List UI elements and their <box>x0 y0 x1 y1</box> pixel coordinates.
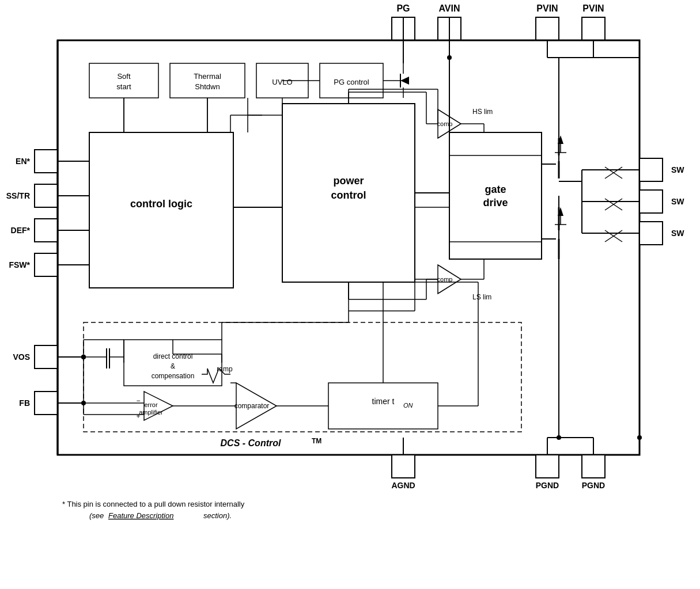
svg-rect-24 <box>35 253 58 276</box>
svg-point-169 <box>637 435 642 440</box>
sstr-label: SS/TR <box>6 191 30 200</box>
svg-rect-80 <box>640 190 663 213</box>
svg-rect-40 <box>449 132 542 259</box>
comparator-label: comparator <box>234 402 270 410</box>
svg-rect-28 <box>35 392 58 415</box>
svg-rect-81 <box>640 222 663 245</box>
fsw-label: FSW* <box>9 260 30 269</box>
thermal-label: Thermal <box>194 72 221 81</box>
pg-control-label: PG control <box>334 78 369 86</box>
svg-rect-123 <box>392 455 415 478</box>
pg-label: PG <box>396 3 410 13</box>
en-label: EN* <box>16 157 30 166</box>
fb-label: FB <box>19 398 30 408</box>
timer-sub-label: ON <box>403 402 413 409</box>
plus-label: + <box>136 412 140 420</box>
thermal-label2: Shtdwn <box>195 82 220 91</box>
timer-label: timer t <box>372 397 395 406</box>
svg-point-146 <box>81 355 86 359</box>
svg-rect-119 <box>328 383 438 429</box>
hs-lim-label: HS lim <box>472 108 493 116</box>
sw3-label: SW <box>671 229 684 238</box>
comp2-label: comp <box>437 276 453 283</box>
svg-rect-3 <box>536 17 559 40</box>
svg-point-112 <box>81 401 86 405</box>
svg-rect-125 <box>536 455 559 478</box>
ls-lim-label: LS lim <box>472 293 491 301</box>
svg-point-135 <box>557 435 561 440</box>
svg-rect-18 <box>35 150 58 173</box>
direct-control-label2: & <box>171 362 175 370</box>
dcs-label: DCS - Control <box>221 438 281 448</box>
soft-start-label2: start <box>116 82 131 91</box>
footnote4-label: section). <box>203 511 232 520</box>
minus-label: − <box>136 397 140 405</box>
svg-rect-127 <box>582 455 605 478</box>
direct-control-label3: compensation <box>152 372 195 380</box>
power-control-label2: control <box>331 189 366 201</box>
svg-rect-4 <box>582 17 605 40</box>
vos-label: VOS <box>13 352 30 362</box>
gate-drive-label: gate <box>485 184 506 195</box>
svg-rect-20 <box>35 184 58 207</box>
svg-rect-30 <box>89 132 233 288</box>
comp1-label: comp <box>437 120 453 127</box>
footnote3-label: Feature Description <box>108 511 173 520</box>
pvin1-label: PVIN <box>536 3 558 13</box>
pvin2-label: PVIN <box>582 3 604 13</box>
footnote2-label: (see <box>89 511 104 520</box>
svg-rect-26 <box>35 345 58 368</box>
avin-label: AVIN <box>438 3 460 13</box>
pgnd2-label: PGND <box>582 481 605 490</box>
svg-rect-7 <box>170 63 245 98</box>
agnd-label: AGND <box>391 481 415 490</box>
sw1-label: SW <box>671 165 684 174</box>
uvlo-label: UVLO <box>272 78 292 86</box>
control-logic-label: control logic <box>130 198 192 210</box>
footnote-label: * This pin is connected to a pull down r… <box>62 500 245 508</box>
def-label: DEF* <box>11 226 31 235</box>
pgnd1-label: PGND <box>536 481 559 490</box>
svg-rect-6 <box>89 63 158 98</box>
diagram-container: PG AVIN PVIN PVIN Soft start Thermal Sht… <box>0 0 700 589</box>
svg-rect-22 <box>35 219 58 242</box>
power-control-label: power <box>333 175 364 187</box>
svg-point-99 <box>447 55 452 60</box>
svg-rect-79 <box>640 158 663 181</box>
gate-drive-label2: drive <box>483 197 508 208</box>
dcs-tm: TM <box>312 437 321 445</box>
sw2-label: SW <box>671 197 684 206</box>
error-amp-label: error <box>144 401 158 408</box>
soft-start-label: Soft <box>117 72 131 81</box>
